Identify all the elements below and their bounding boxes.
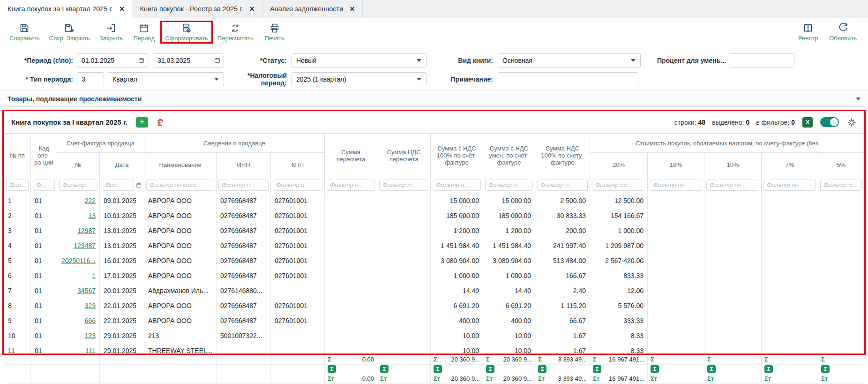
col-header-row-number[interactable]: № пп bbox=[4, 134, 31, 177]
cell-cost-7 bbox=[762, 343, 818, 354]
period-button[interactable]: Период bbox=[127, 21, 160, 44]
col-header-seller-kpp[interactable]: КПП bbox=[271, 153, 325, 177]
tax-period-select[interactable]: 2025 (1 квартал) bbox=[292, 72, 427, 86]
invoice-number-link[interactable]: 12987 bbox=[77, 227, 96, 234]
note-input[interactable] bbox=[498, 72, 638, 86]
tab-purchase-book-registry[interactable]: Книга покупок - Реестр за 2025 г. × bbox=[132, 0, 262, 18]
sum-badge-button[interactable]: Σ bbox=[593, 365, 601, 373]
column-filter-input-cost-7[interactable] bbox=[763, 180, 816, 191]
table-row[interactable]: 40112348713.01.2025АВРОРА ООО02769684870… bbox=[4, 238, 864, 253]
invoice-number-link[interactable]: 111 bbox=[86, 347, 96, 354]
table-row[interactable]: 110111129.01.2025THREEWAY STEEL...10.001… bbox=[4, 343, 864, 354]
col-header-invoice-number[interactable]: № bbox=[57, 153, 100, 177]
column-filter-input-cost-5[interactable] bbox=[820, 180, 862, 191]
sum-badge-button[interactable]: Σ bbox=[821, 365, 830, 373]
percent-input[interactable] bbox=[729, 53, 794, 68]
tab-close-icon[interactable]: × bbox=[350, 5, 355, 13]
column-filter-input-recalc-sum[interactable] bbox=[327, 180, 375, 191]
column-filter-input-seller-inn[interactable] bbox=[218, 180, 269, 191]
footer-cell-recalc-vat bbox=[377, 355, 431, 364]
col-header-invoice-date[interactable]: Дата bbox=[100, 153, 144, 177]
add-row-button[interactable]: + bbox=[136, 117, 148, 128]
column-filter-input-invoice-date[interactable] bbox=[102, 180, 134, 191]
column-filter-input-cost-20[interactable] bbox=[592, 180, 645, 191]
invoice-number-link[interactable]: 323 bbox=[85, 302, 96, 309]
invoice-number-link[interactable]: 1 bbox=[92, 272, 96, 279]
column-filter-input-sum-with-vat-reduced[interactable] bbox=[485, 180, 533, 191]
settings-gear-button[interactable] bbox=[846, 117, 857, 128]
sum-badge-button[interactable]: Σ bbox=[380, 365, 389, 373]
table-row[interactable]: 7013456720.01.2025Абдрахманов Иль...0276… bbox=[4, 283, 864, 298]
table-row[interactable]: 3011298713.01.2025АВРОРА ООО027696848702… bbox=[4, 223, 864, 238]
calendar-icon[interactable] bbox=[138, 57, 145, 64]
column-filter-input-cost-10[interactable] bbox=[706, 180, 759, 191]
invoice-number-link[interactable]: 666 bbox=[85, 317, 96, 324]
col-header-20-percent[interactable]: 20% bbox=[590, 153, 648, 177]
sum-badge-button[interactable]: Σ bbox=[538, 365, 546, 373]
sum-badge-button[interactable]: Σ bbox=[434, 365, 442, 373]
sum-badge-button[interactable]: Σ bbox=[764, 365, 773, 373]
col-header-7-percent[interactable]: 7% bbox=[762, 153, 818, 177]
invoice-number-link[interactable]: 34567 bbox=[77, 287, 96, 294]
table-row[interactable]: 90166622.01.2025АВРОРА ООО02769684870276… bbox=[4, 313, 864, 328]
col-header-vat-100[interactable]: Сумма НДС 100% по счету-фактуре bbox=[535, 134, 590, 177]
delete-row-button[interactable] bbox=[156, 118, 165, 127]
traceability-section-header[interactable]: Товары, подлежащие прослеживаемости bbox=[0, 91, 868, 107]
sum-badge-button[interactable]: Σ bbox=[651, 365, 659, 373]
column-filter-input-vat-100[interactable] bbox=[537, 180, 588, 191]
book-kind-select[interactable]: Основная bbox=[498, 53, 641, 68]
tab-close-icon[interactable]: × bbox=[250, 5, 255, 13]
column-filter-input-row-number[interactable] bbox=[6, 180, 29, 191]
column-filter-input-cost-18[interactable] bbox=[650, 180, 702, 191]
col-header-18-percent[interactable]: 18% bbox=[648, 153, 704, 177]
save-and-close-button[interactable]: Сохр. Закрыть bbox=[45, 21, 95, 44]
invoice-number-link[interactable]: 20250116... bbox=[61, 257, 96, 264]
recalculate-button[interactable]: Пересчитать bbox=[213, 21, 258, 44]
invoice-number-link[interactable]: 123487 bbox=[74, 242, 96, 249]
column-filter-input-operation-code[interactable] bbox=[33, 180, 55, 191]
column-filter-input-recalc-vat[interactable] bbox=[379, 180, 428, 191]
sum-badge-button[interactable]: Σ bbox=[486, 365, 494, 373]
col-header-operation-code[interactable]: Код опе-ра-ции bbox=[31, 134, 57, 177]
close-button[interactable]: Закрыть bbox=[95, 21, 127, 44]
refresh-button[interactable]: Обновить bbox=[824, 21, 861, 44]
column-filter-input-seller-kpp[interactable] bbox=[273, 180, 322, 191]
column-filter-input-seller-name[interactable] bbox=[146, 180, 214, 191]
col-header-5-percent[interactable]: 5% bbox=[818, 153, 864, 177]
invoice-number-link[interactable]: 13 bbox=[88, 212, 96, 219]
col-header-seller-inn[interactable]: ИНН bbox=[217, 153, 271, 177]
col-header-seller-name[interactable]: Наименование bbox=[144, 153, 217, 177]
table-row[interactable]: 100112329.01.20252135001007322...10.0010… bbox=[4, 328, 864, 343]
column-filter-input-invoice-number[interactable] bbox=[59, 180, 97, 191]
tab-purchase-book[interactable]: Книга покупок за I квартал 2025 г. × bbox=[0, 0, 132, 18]
col-header-sum-with-vat-100[interactable]: Сумма с НДС 100% по счёт-фактуре bbox=[431, 134, 483, 177]
column-filter-input-sum-with-vat-100[interactable] bbox=[433, 180, 481, 191]
col-header-sum-with-vat-reduced[interactable]: Сумма с НДС умен. по счёт-фактуре bbox=[483, 134, 535, 177]
generate-button[interactable]: Сформировать bbox=[160, 21, 213, 44]
period-type-code-input[interactable] bbox=[77, 72, 104, 86]
invoice-number-link[interactable]: 123 bbox=[85, 332, 96, 339]
sum-badge-button[interactable]: Σ bbox=[328, 365, 336, 373]
registry-button[interactable]: Реестр bbox=[792, 21, 824, 44]
table-row[interactable]: 2011310.01.2025АВРОРА ООО027696848702760… bbox=[4, 208, 864, 223]
invoice-number-link[interactable]: 222 bbox=[85, 197, 96, 204]
tab-close-icon[interactable]: × bbox=[120, 5, 125, 13]
period-type-select[interactable]: Квартал bbox=[108, 72, 224, 86]
col-header-recalc-vat[interactable]: Сумма НДС пересчета bbox=[377, 134, 431, 177]
sum-badge-button[interactable]: Σ bbox=[707, 365, 716, 373]
grid-viewport[interactable]: № пп Код опе-ра-ции Счет-фактура продавц… bbox=[4, 133, 864, 354]
table-row[interactable]: 10122209.01.2025АВРОРА ООО02769684870276… bbox=[4, 193, 864, 208]
filter-toggle[interactable] bbox=[820, 117, 839, 127]
table-row[interactable]: 601117.01.2025АВРОРА ООО0276968487027601… bbox=[4, 268, 864, 283]
col-header-recalc-sum[interactable]: Сумма пересчета bbox=[325, 134, 377, 177]
status-select[interactable]: Новый bbox=[292, 53, 427, 68]
excel-export-button[interactable]: X bbox=[802, 117, 813, 128]
tab-debt-analysis[interactable]: Анализ задолженности × bbox=[262, 0, 363, 18]
col-header-10-percent[interactable]: 10% bbox=[704, 153, 762, 177]
save-button[interactable]: Сохранить bbox=[5, 21, 45, 44]
table-row[interactable]: 50120250116...16.01.2025АВРОРА ООО027696… bbox=[4, 253, 864, 268]
calendar-icon[interactable] bbox=[214, 57, 221, 64]
table-row[interactable]: 80132322.01.2025АВРОРА ООО02769684870276… bbox=[4, 298, 864, 313]
calendar-icon[interactable] bbox=[135, 182, 142, 188]
print-button[interactable]: Печать bbox=[258, 21, 291, 44]
